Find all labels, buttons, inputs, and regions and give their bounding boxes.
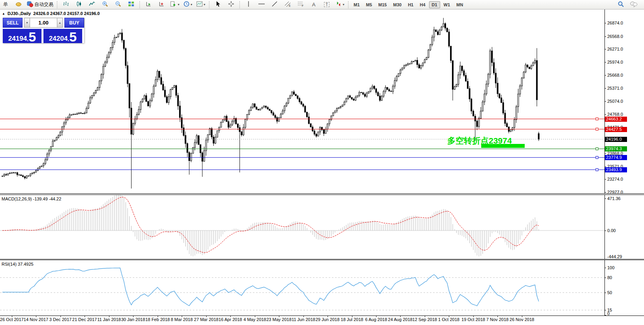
cursor-icon [215, 1, 221, 8]
chart-symbol-period: DJ30-,Daily [8, 11, 31, 16]
rsi-tick-label: 50 [607, 291, 612, 295]
main-chart-pane[interactable]: ▲ DJ30-,Daily 24326.0 24367.0 24157.0 24… [0, 9, 644, 194]
level-handle[interactable] [596, 168, 598, 171]
fibonacci-icon: F [297, 1, 304, 8]
sell-price-display[interactable]: 24194.5 [3, 29, 41, 43]
volume-increase-button[interactable]: ▲ [57, 18, 63, 28]
chat-button[interactable] [627, 0, 640, 9]
date-label: 18 Feb 2018 [145, 317, 170, 322]
rsi-tick [604, 310, 606, 310]
arrows-tool[interactable]: ▾ [333, 0, 346, 9]
new-order-button[interactable]: ▾ [168, 0, 181, 9]
chart-window: ▲ DJ30-,Daily 24326.0 24367.0 24157.0 24… [0, 9, 644, 325]
chevron-down-icon: ▾ [343, 3, 345, 6]
rsi-chart[interactable] [0, 260, 604, 316]
date-label: 12 Sep 2018 [412, 317, 437, 322]
zoom-in-icon [102, 1, 108, 8]
chart-title: ▲ DJ30-,Daily 24326.0 24367.0 24157.0 24… [2, 11, 100, 16]
date-label: 4 May 2018 [243, 317, 266, 322]
collapse-icon[interactable]: ▲ [2, 12, 5, 15]
bar-chart-button[interactable] [60, 0, 72, 9]
templates-button[interactable]: ▾ [194, 0, 207, 9]
macd-chart[interactable] [0, 195, 604, 259]
level-handle[interactable] [596, 147, 598, 150]
price-tick-label: 25074.0 [607, 99, 623, 104]
autotrade-icon [27, 1, 33, 8]
annotation-highlight-bar [481, 144, 525, 148]
macd-pane[interactable]: MACD(12,26,9) -139.49 -44.22 471.360.00-… [0, 195, 644, 259]
timeframe-button-M30[interactable]: M30 [390, 1, 404, 8]
sell-button[interactable]: SELL [3, 18, 23, 28]
toolbar-separator [348, 1, 349, 8]
clock-icon [183, 1, 190, 8]
toolbar-separator [139, 1, 140, 8]
price-tick [604, 62, 606, 62]
text-label-tool[interactable]: T [320, 0, 333, 9]
buy-price-int: 24204 [49, 35, 68, 42]
autotrade-button[interactable]: 自动交易 [25, 0, 55, 9]
timeframe-button-D1[interactable]: D1 [429, 1, 440, 8]
svg-text:E: E [289, 4, 291, 7]
price-tick [604, 101, 606, 102]
date-label: 8 Mar 2018 [171, 317, 193, 322]
chart-ohlc-values: 24326.0 24367.0 24157.0 24196.0 [33, 11, 100, 16]
price-badge: 24427.5 [605, 127, 627, 132]
price-tick [604, 179, 606, 180]
periods-button[interactable]: ▾ [181, 0, 194, 9]
macd-axis-line [604, 195, 605, 259]
macd-tick-label: 0.00 [607, 229, 616, 233]
volume-input[interactable]: 1.00 [30, 18, 57, 28]
level-handle[interactable] [596, 156, 598, 159]
timeframe-button-M1[interactable]: M1 [351, 1, 362, 8]
indicator-window-up-button[interactable] [142, 0, 155, 9]
price-badge: 24196.0 [605, 137, 627, 142]
line-chart-button[interactable] [86, 0, 98, 9]
tile-windows-button[interactable] [125, 0, 137, 9]
timeframe-button-M15[interactable]: M15 [376, 1, 390, 8]
toolbar-separator [209, 1, 210, 8]
date-label: 21 Dec 2017 [72, 317, 97, 322]
vertical-line-tool[interactable] [242, 0, 255, 9]
price-tick [604, 23, 606, 23]
text-label-icon: T [324, 2, 330, 7]
cursor-button[interactable] [212, 0, 224, 9]
orders-button[interactable]: 单 [0, 0, 12, 9]
price-tick [604, 49, 606, 49]
toolbar-separator [57, 1, 58, 8]
level-handle[interactable] [596, 118, 598, 120]
date-label: 23 May 2018 [266, 317, 292, 322]
rsi-pane[interactable]: RSI(14) 37.4925 1008050150 [0, 260, 644, 316]
toolbar: 单 自动交易 ▾ ▾ ▾ [0, 0, 644, 9]
rsi-tick-label: 0 [607, 312, 610, 316]
volume-decrease-button[interactable]: ▼ [24, 18, 30, 28]
rsi-tick-label: 80 [607, 276, 612, 280]
price-tick-label: 26271.0 [607, 47, 623, 51]
search-button[interactable] [614, 0, 627, 9]
timeframe-button-H4[interactable]: H4 [417, 1, 428, 8]
date-label: 11 Jan 2018 [97, 317, 121, 322]
buy-price-display[interactable]: 24204.5 [43, 29, 82, 43]
date-label: 16 Apr 2018 [218, 317, 242, 322]
price-tick [604, 75, 606, 76]
gold-button[interactable] [12, 0, 25, 9]
text-tool[interactable]: A [307, 0, 320, 9]
timeframe-button-MN[interactable]: MN [454, 1, 466, 8]
price-tick-label: 22977.0 [607, 190, 623, 195]
zoom-out-button[interactable] [112, 0, 124, 9]
buy-button[interactable]: BUY [64, 18, 84, 28]
timeframe-button-H1[interactable]: H1 [405, 1, 416, 8]
candlestick-chart-button[interactable] [73, 0, 85, 9]
fibonacci-tool[interactable]: F [294, 0, 307, 9]
horizontal-line-tool[interactable] [255, 0, 268, 9]
zoom-out-icon [115, 1, 121, 8]
equidistant-channel-tool[interactable]: E [281, 0, 294, 9]
trendline-tool[interactable] [268, 0, 281, 9]
indicator-window-down-button[interactable] [155, 0, 168, 9]
price-badge: 23493.9 [605, 167, 627, 172]
timeframe-button-W1[interactable]: W1 [441, 1, 453, 8]
zoom-in-button[interactable] [99, 0, 111, 9]
candlestick-chart[interactable] [0, 9, 604, 193]
timeframe-button-M5[interactable]: M5 [363, 1, 375, 8]
crosshair-button[interactable] [225, 0, 237, 9]
level-handle[interactable] [596, 128, 598, 130]
